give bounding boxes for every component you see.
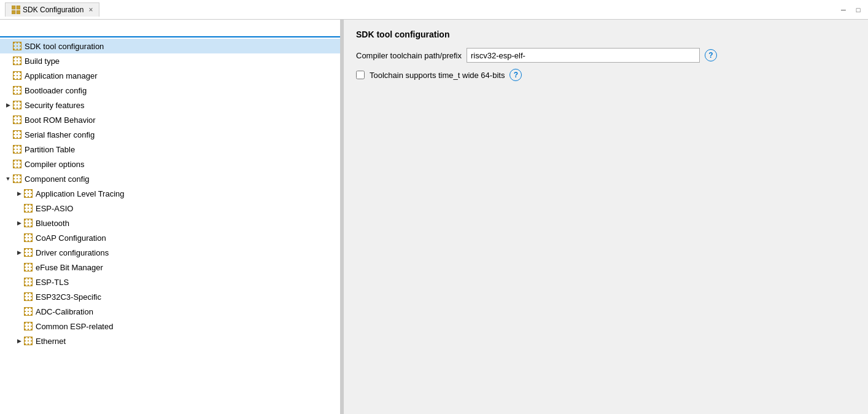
svg-rect-33 <box>20 78 21 79</box>
svg-rect-129 <box>28 222 29 224</box>
svg-rect-166 <box>28 278 29 279</box>
tree-item-esp32c3-specific[interactable]: ESP32C3-Specific <box>0 289 340 304</box>
tree-expand-arrow-application-level-tracing[interactable] <box>15 189 23 198</box>
search-input[interactable] <box>4 22 336 34</box>
tree-item-label-component-config: Component config <box>25 174 90 184</box>
tree-item-efuse-bit-manager[interactable]: eFuse Bit Manager <box>0 260 340 275</box>
tree-item-label-security-features: Security features <box>25 101 85 110</box>
tree-item-boot-rom-behavior[interactable]: Boot ROM Behavior <box>0 112 340 127</box>
tree-item-label-efuse-bit-manager: eFuse Bit Manager <box>36 263 103 272</box>
svg-rect-187 <box>31 308 32 309</box>
svg-rect-77 <box>20 146 21 147</box>
tree-item-application-level-tracing[interactable]: Application Level Tracing <box>0 186 340 201</box>
sdk-configuration-tab[interactable]: SDK Configuration × <box>5 2 99 17</box>
svg-rect-146 <box>28 249 29 250</box>
svg-rect-177 <box>31 293 32 294</box>
tree-item-driver-configurations[interactable]: Driver configurations <box>0 245 340 260</box>
tree-item-sdk-tool-config[interactable]: SDK tool configuration <box>0 39 340 53</box>
tree-item-build-type[interactable]: Build type <box>0 53 340 68</box>
svg-rect-167 <box>31 278 32 279</box>
svg-rect-12 <box>17 49 18 50</box>
svg-rect-135 <box>25 234 26 235</box>
svg-rect-176 <box>28 293 29 294</box>
minimize-button[interactable]: ─ <box>839 5 848 15</box>
tree-item-label-bluetooth: Bluetooth <box>36 219 69 228</box>
tree-item-adc-calibration[interactable]: ADC-Calibration <box>0 304 340 319</box>
svg-rect-20 <box>20 60 21 61</box>
svg-rect-110 <box>31 193 32 194</box>
tree-item-compiler-options[interactable]: Compiler options <box>0 157 340 171</box>
svg-rect-78 <box>14 149 15 150</box>
svg-rect-72 <box>17 137 18 138</box>
tree-expand-arrow-bluetooth[interactable] <box>15 219 23 227</box>
section-title: SDK tool configuration <box>356 29 856 39</box>
svg-rect-51 <box>14 107 15 109</box>
tree-item-ethernet[interactable]: Ethernet <box>0 334 340 348</box>
tab-close-button[interactable]: × <box>88 6 93 14</box>
tree-item-application-manager[interactable]: Application manager <box>0 68 340 83</box>
svg-rect-101 <box>14 181 15 182</box>
svg-rect-76 <box>17 146 18 147</box>
tree-item-esp-tls[interactable]: ESP-TLS <box>0 275 340 289</box>
tree-item-label-application-manager: Application manager <box>25 71 98 80</box>
svg-rect-32 <box>17 78 18 79</box>
svg-rect-40 <box>20 90 21 91</box>
tree-item-esp-asio[interactable]: ESP-ASIO <box>0 201 340 216</box>
toolchain-wide-checkbox[interactable] <box>356 71 365 79</box>
tree-expand-arrow-component-config[interactable] <box>4 174 12 183</box>
svg-rect-75 <box>14 146 15 147</box>
svg-rect-183 <box>31 299 32 300</box>
tree-item-label-common-esp-related: Common ESP-related <box>36 322 113 331</box>
svg-rect-56 <box>17 116 18 117</box>
tree-item-icon-serial-flasher-config <box>12 130 22 139</box>
tree-view[interactable]: SDK tool configurationBuild typeApplicat… <box>0 37 340 414</box>
svg-rect-3 <box>17 10 20 14</box>
tree-item-icon-component-config <box>12 174 22 184</box>
tree-item-component-config[interactable]: Component config <box>0 171 340 186</box>
svg-rect-102 <box>17 181 18 182</box>
svg-rect-28 <box>14 75 15 76</box>
svg-rect-69 <box>17 134 18 135</box>
tree-item-icon-sdk-tool-config <box>12 41 22 51</box>
tree-item-icon-build-type <box>12 56 22 66</box>
svg-rect-93 <box>20 166 21 168</box>
svg-rect-58 <box>14 119 15 120</box>
svg-rect-206 <box>28 337 29 338</box>
svg-rect-88 <box>14 163 15 165</box>
compiler-toolchain-row: Compiler toolchain path/prefix ? <box>356 48 856 63</box>
svg-rect-103 <box>20 181 21 182</box>
svg-rect-120 <box>31 208 32 209</box>
tree-item-icon-application-manager <box>12 71 22 80</box>
svg-rect-192 <box>28 314 29 315</box>
svg-rect-186 <box>28 308 29 309</box>
search-box <box>0 20 340 37</box>
tree-item-serial-flasher-config[interactable]: Serial flasher config <box>0 127 340 142</box>
svg-rect-180 <box>31 296 32 297</box>
svg-rect-18 <box>14 60 15 61</box>
compiler-toolchain-help-icon[interactable]: ? <box>705 49 717 61</box>
tree-expand-arrow-ethernet[interactable] <box>15 337 23 345</box>
tree-item-bluetooth[interactable]: Bluetooth <box>0 216 340 230</box>
svg-rect-48 <box>14 104 15 106</box>
tree-expand-arrow-security-features[interactable] <box>4 101 12 109</box>
tree-item-bootloader-config[interactable]: Bootloader config <box>0 83 340 98</box>
svg-rect-142 <box>28 240 29 241</box>
svg-rect-200 <box>31 326 32 327</box>
tree-item-partition-table[interactable]: Partition Table <box>0 142 340 157</box>
svg-rect-158 <box>25 267 26 268</box>
maximize-button[interactable]: □ <box>853 5 863 15</box>
tree-item-common-esp-related[interactable]: Common ESP-related <box>0 319 340 334</box>
tree-item-coap-configuration[interactable]: CoAP Configuration <box>0 230 340 245</box>
svg-rect-68 <box>14 134 15 135</box>
compiler-toolchain-input[interactable] <box>467 48 700 63</box>
tree-item-label-driver-configurations: Driver configurations <box>36 248 109 257</box>
svg-rect-90 <box>20 163 21 165</box>
svg-rect-106 <box>28 190 29 191</box>
svg-rect-132 <box>28 225 29 227</box>
tree-expand-arrow-driver-configurations[interactable] <box>15 248 23 257</box>
svg-rect-2 <box>12 10 15 14</box>
svg-rect-173 <box>31 284 32 286</box>
svg-rect-116 <box>28 205 29 206</box>
tree-item-security-features[interactable]: Security features <box>0 98 340 112</box>
toolchain-checkbox-help-icon[interactable]: ? <box>510 69 522 81</box>
